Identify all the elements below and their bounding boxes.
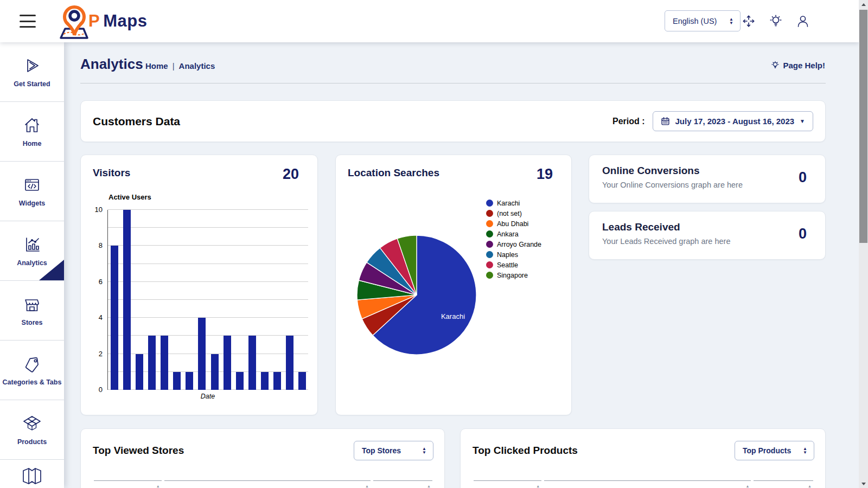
- sidebar-item-label: Stores: [22, 319, 43, 326]
- leads-received-title: Leads Received: [602, 221, 812, 233]
- y-tick-label: 2: [86, 350, 103, 358]
- language-select[interactable]: English (US) ▲▼: [665, 10, 741, 31]
- visitors-count: 20: [283, 166, 299, 183]
- table-column[interactable]: ▲▼: [94, 480, 162, 488]
- top-clicked-products-card: Top Clicked Products Top Products ▲▼ ▲▼ …: [460, 428, 826, 488]
- divider: [80, 83, 826, 84]
- top-viewed-stores-title: Top Viewed Stores: [93, 445, 184, 457]
- sidebar-item-label: Get Started: [14, 80, 50, 88]
- gridline: [108, 264, 308, 264]
- bar: [148, 336, 156, 390]
- tag-icon: [22, 354, 42, 374]
- breadcrumb-home-link[interactable]: Home: [145, 61, 168, 70]
- breadcrumb-current[interactable]: Analytics: [179, 61, 215, 70]
- table-column[interactable]: ▲▼: [373, 480, 432, 488]
- top-stores-dropdown-value: Top Stores: [362, 446, 401, 455]
- legend-item: Karachi: [486, 198, 541, 208]
- top-products-dropdown[interactable]: Top Products ▲▼: [735, 441, 814, 460]
- sidebar: Get Started Home Widgets Analytics: [0, 42, 64, 488]
- legend-label: Singapore: [497, 272, 528, 279]
- lightbulb-icon: [771, 60, 780, 70]
- scrollbar-thumb[interactable]: [859, 10, 867, 243]
- top-viewed-stores-card: Top Viewed Stores Top Stores ▲▼ ▲▼ ▲▼ ▲▼: [80, 428, 445, 488]
- visitors-title: Visitors: [93, 167, 130, 179]
- bar: [136, 354, 143, 390]
- sidebar-item-label: Analytics: [17, 259, 47, 267]
- legend-color-dot: [486, 241, 493, 248]
- calendar-icon: [661, 117, 670, 126]
- period-label: Period :: [612, 117, 645, 126]
- location-searches-title: Location Searches: [348, 167, 439, 179]
- table-column[interactable]: ▲▼: [544, 480, 751, 488]
- legend-label: Arroyo Grande: [497, 241, 541, 248]
- stores-table-header: ▲▼ ▲▼ ▲▼: [93, 480, 433, 488]
- analytics-icon: [22, 235, 42, 254]
- sort-icon: ▲▼: [536, 485, 540, 488]
- page-help-label: Page Help!: [783, 61, 825, 70]
- legend-label: Ankara: [497, 230, 519, 238]
- table-column[interactable]: ▲▼: [474, 480, 541, 488]
- fullscreen-move-icon[interactable]: [741, 13, 757, 29]
- table-column[interactable]: ▲▼: [164, 480, 371, 488]
- sidebar-item-label: Categories & Tabs: [3, 378, 62, 386]
- sidebar-item-label: Products: [17, 438, 47, 446]
- sidebar-item-analytics[interactable]: Analytics: [0, 221, 64, 281]
- sidebar-item-label: Home: [23, 140, 42, 147]
- leads-received-card: Leads Received Your Leads Received graph…: [589, 211, 826, 260]
- storefront-icon: [22, 294, 42, 314]
- y-tick-label: 0: [86, 386, 103, 394]
- online-conversions-count: 0: [799, 169, 807, 186]
- gridline: [108, 335, 308, 336]
- sidebar-item-categories-tabs[interactable]: Categories & Tabs: [0, 341, 64, 400]
- active-users-bar-chart: [107, 210, 308, 390]
- period-dropdown-button[interactable]: July 17, 2023 - August 16, 2023 ▼: [653, 111, 813, 131]
- vertical-scrollbar[interactable]: [859, 0, 868, 488]
- page-title: Analytics: [80, 56, 143, 73]
- sidebar-item-partial[interactable]: [0, 460, 64, 488]
- sidebar-item-widgets[interactable]: Widgets: [0, 162, 64, 221]
- brand-name: PMaps: [88, 11, 147, 31]
- bar: [273, 372, 281, 390]
- legend-color-dot: [486, 261, 493, 268]
- bar: [236, 372, 244, 390]
- sidebar-item-stores[interactable]: Stores: [0, 281, 64, 341]
- lightbulb-icon[interactable]: [768, 13, 784, 29]
- legend-item: Ankara: [486, 229, 541, 239]
- gridline: [108, 227, 308, 228]
- customers-data-title: Customers Data: [93, 115, 180, 128]
- legend-color-dot: [486, 210, 493, 217]
- visitors-card: Visitors 20 Active Users 0246810 Date: [80, 155, 318, 415]
- top-clicked-products-title: Top Clicked Products: [473, 445, 578, 457]
- location-searches-pie-chart: Karachi: [352, 230, 482, 360]
- sidebar-item-home[interactable]: Home: [0, 102, 64, 162]
- sidebar-item-get-started[interactable]: Get Started: [0, 42, 64, 102]
- y-tick-label: 10: [86, 206, 103, 214]
- open-box-icon: [22, 414, 42, 433]
- top-bar: PMaps English (US) ▲▼: [0, 0, 859, 42]
- bar: [198, 318, 206, 390]
- online-conversions-card: Online Conversions Your Online Conversio…: [589, 155, 826, 203]
- scrollbar-up-arrow[interactable]: [859, 0, 868, 9]
- leads-received-count: 0: [799, 226, 807, 242]
- select-arrows-icon: ▲▼: [803, 447, 807, 454]
- top-stores-dropdown[interactable]: Top Stores ▲▼: [354, 441, 433, 460]
- user-account-icon[interactable]: [795, 13, 811, 29]
- bar: [173, 372, 181, 390]
- sidebar-item-products[interactable]: Products: [0, 400, 64, 460]
- language-value: English (US): [673, 17, 717, 25]
- y-tick-label: 4: [86, 313, 103, 322]
- table-column[interactable]: ▲▼: [754, 480, 813, 488]
- y-tick-label: 6: [86, 278, 103, 286]
- gridline: [108, 281, 308, 282]
- online-conversions-subtitle: Your Online Conversions graph are here: [602, 181, 812, 189]
- scrollbar-down-arrow[interactable]: [859, 479, 868, 488]
- gridline: [108, 317, 308, 318]
- open-map-icon: [21, 466, 43, 486]
- legend-label: Karachi: [497, 200, 520, 207]
- bar-chart-x-label: Date: [107, 393, 308, 400]
- pie-chart-legend: Karachi(not set)Abu DhabiAnkaraArroyo Gr…: [486, 198, 541, 280]
- page-help-button[interactable]: Page Help!: [771, 60, 825, 70]
- hamburger-menu-icon[interactable]: [20, 15, 36, 28]
- location-searches-card: Location Searches 19 Karachi Karachi(not…: [335, 155, 572, 415]
- caret-down-icon: ▼: [800, 118, 805, 124]
